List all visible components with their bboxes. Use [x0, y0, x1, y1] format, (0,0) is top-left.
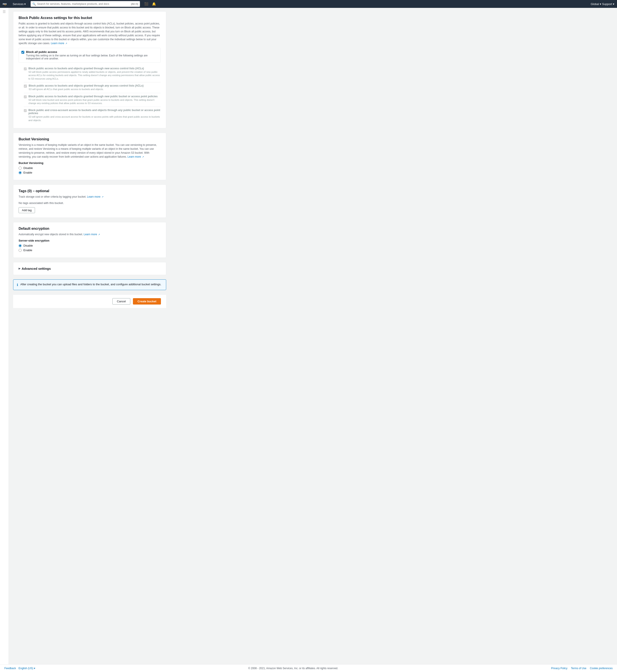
bucket-versioning-radio-label: Bucket Versioning: [19, 161, 161, 165]
create-bucket-button[interactable]: Create bucket: [133, 298, 161, 304]
info-icon: ℹ: [17, 283, 18, 287]
sub-option-4: Block public and cross-account access to…: [24, 107, 161, 124]
services-menu-button[interactable]: Services ▾: [11, 2, 27, 7]
versioning-enable-radio[interactable]: [19, 171, 22, 174]
main-content-area: Block Public Access settings for this bu…: [9, 8, 171, 672]
page-wrapper: ☰ Block Public Access settings for this …: [0, 8, 617, 672]
top-navigation: aws Services ▾ 🔍 [Alt+S] ⬛ 🔔 Global ▾ Su…: [0, 0, 617, 8]
encryption-enable-radio[interactable]: [19, 249, 22, 252]
sub-option-1-title: Block public access to buckets and objec…: [28, 67, 161, 70]
bell-icon[interactable]: 🔔: [151, 1, 157, 7]
cancel-button[interactable]: Cancel: [113, 298, 130, 304]
search-input[interactable]: [37, 2, 130, 5]
svg-text:aws: aws: [3, 3, 7, 5]
tags-section: Tags (0) – optional Track storage cost o…: [13, 185, 166, 218]
sub-option-2-title: Block public access to buckets and objec…: [29, 84, 144, 87]
bucket-versioning-title: Bucket Versioning: [19, 137, 161, 141]
sub-options-list: Block public access to buckets and objec…: [19, 65, 161, 124]
footer-left: Feedback English (US) ▾: [4, 667, 35, 670]
sub-option-2-desc: S3 will ignore all ACLs that grant publi…: [29, 88, 144, 91]
encryption-radio-group: Server-side encryption Disable Enable: [19, 239, 161, 252]
encryption-enable-label[interactable]: Enable: [23, 249, 32, 252]
bucket-versioning-desc: Versioning is a means of keeping multipl…: [19, 143, 161, 159]
encryption-enable-row: Enable: [19, 249, 161, 252]
tags-learn-more[interactable]: Learn more ↗: [87, 195, 104, 198]
block-public-access-desc: Public access is granted to buckets and …: [19, 22, 161, 45]
cookie-preferences-link[interactable]: Cookie preferences: [590, 667, 613, 670]
block-public-access-learn-more[interactable]: Learn more ↗: [51, 42, 67, 45]
aws-logo[interactable]: aws: [3, 2, 9, 6]
block-all-desc: Turning this setting on is the same as t…: [26, 54, 158, 60]
chevron-right-icon: ▶: [19, 267, 20, 270]
external-link-icon-3: ↗: [102, 196, 104, 198]
sub-option-3: Block public access to buckets and objec…: [24, 93, 161, 107]
block-all-checkbox-row: Block all public access Turning this set…: [19, 48, 161, 62]
feedback-link[interactable]: Feedback: [4, 667, 16, 670]
versioning-disable-row: Disable: [19, 166, 161, 170]
left-sidebar: ☰: [0, 8, 9, 672]
versioning-disable-label[interactable]: Disable: [23, 166, 33, 170]
sub-option-1-desc: S3 will block public access permissions …: [28, 70, 161, 80]
sub-option-1: Block public access to buckets and objec…: [24, 65, 161, 82]
info-banner: ℹ After creating the bucket you can uplo…: [13, 279, 166, 290]
sub-option-3-title: Block public access to buckets and objec…: [28, 95, 161, 98]
encryption-disable-row: Disable: [19, 244, 161, 247]
support-btn[interactable]: Support ▾: [602, 2, 614, 6]
bucket-versioning-learn-more[interactable]: Learn more ↗: [128, 155, 144, 158]
block-public-access-section: Block Public Access settings for this bu…: [13, 11, 166, 128]
advanced-settings-title: Advanced settings: [22, 267, 51, 270]
search-icon: 🔍: [32, 2, 36, 6]
advanced-settings-section: ▶ Advanced settings: [13, 262, 166, 275]
encryption-disable-label[interactable]: Disable: [23, 244, 33, 247]
default-encryption-learn-more[interactable]: Learn more ↗: [83, 233, 100, 236]
encryption-radio-label: Server-side encryption: [19, 239, 161, 242]
block-public-access-title: Block Public Access settings for this bu…: [19, 16, 161, 20]
sub-option-3-desc: S3 will block new bucket and access poin…: [28, 98, 161, 105]
nav-icon-group: ⬛ 🔔: [144, 1, 157, 7]
terms-of-use-link[interactable]: Terms of Use: [571, 667, 586, 670]
default-encryption-section: Default encryption Automatically encrypt…: [13, 222, 166, 258]
terminal-icon[interactable]: ⬛: [144, 1, 149, 7]
add-tag-button[interactable]: Add tag: [19, 207, 35, 213]
versioning-enable-label[interactable]: Enable: [23, 171, 32, 174]
sub-option-1-checkbox[interactable]: [24, 67, 27, 70]
nav-right-section: Global ▾ Support ▾: [591, 2, 614, 6]
sub-option-4-title: Block public and cross-account access to…: [28, 108, 161, 115]
default-encryption-desc: Automatically encrypt new objects stored…: [19, 232, 161, 236]
external-link-icon-4: ↗: [98, 233, 100, 236]
info-banner-text: After creating the bucket you can upload…: [20, 283, 161, 286]
footer-copyright: © 2008 - 2021, Amazon Web Services, Inc.…: [35, 667, 551, 670]
search-shortcut-badge: [Alt+S]: [131, 3, 138, 5]
encryption-disable-radio[interactable]: [19, 244, 22, 247]
sub-option-3-checkbox[interactable]: [24, 95, 27, 98]
block-all-checkbox[interactable]: [21, 51, 24, 54]
advanced-settings-toggle[interactable]: ▶ Advanced settings: [19, 267, 161, 270]
footer-right: Privacy Policy Terms of Use Cookie prefe…: [551, 667, 613, 670]
privacy-policy-link[interactable]: Privacy Policy: [551, 667, 568, 670]
bucket-versioning-section: Bucket Versioning Versioning is a means …: [13, 133, 166, 180]
external-link-icon-2: ↗: [142, 156, 144, 158]
page-footer: Feedback English (US) ▾ © 2008 - 2021, A…: [0, 664, 617, 672]
no-tags-text: No tags associated with this bucket.: [19, 201, 161, 205]
block-all-label[interactable]: Block all public access: [26, 50, 57, 53]
sidebar-toggle-button[interactable]: ☰: [0, 8, 8, 15]
tags-desc: Track storage cost or other criteria by …: [19, 195, 161, 199]
global-region-btn[interactable]: Global ▾: [591, 2, 601, 6]
tags-title: Tags (0) – optional: [19, 189, 161, 193]
form-actions: Cancel Create bucket: [13, 294, 166, 308]
sub-option-2-checkbox[interactable]: [24, 84, 27, 88]
sub-option-2: Block public access to buckets and objec…: [24, 82, 161, 93]
default-encryption-title: Default encryption: [19, 227, 161, 231]
global-search-bar[interactable]: 🔍 [Alt+S]: [31, 1, 140, 7]
external-link-icon: ↗: [65, 42, 67, 45]
versioning-enable-row: Enable: [19, 171, 161, 174]
bucket-versioning-radio-group: Bucket Versioning Disable Enable: [19, 161, 161, 174]
sub-option-4-checkbox[interactable]: [24, 109, 27, 112]
language-selector[interactable]: English (US) ▾: [19, 667, 35, 670]
versioning-disable-radio[interactable]: [19, 167, 22, 170]
sub-option-4-desc: S3 will ignore public and cross-account …: [28, 115, 161, 122]
